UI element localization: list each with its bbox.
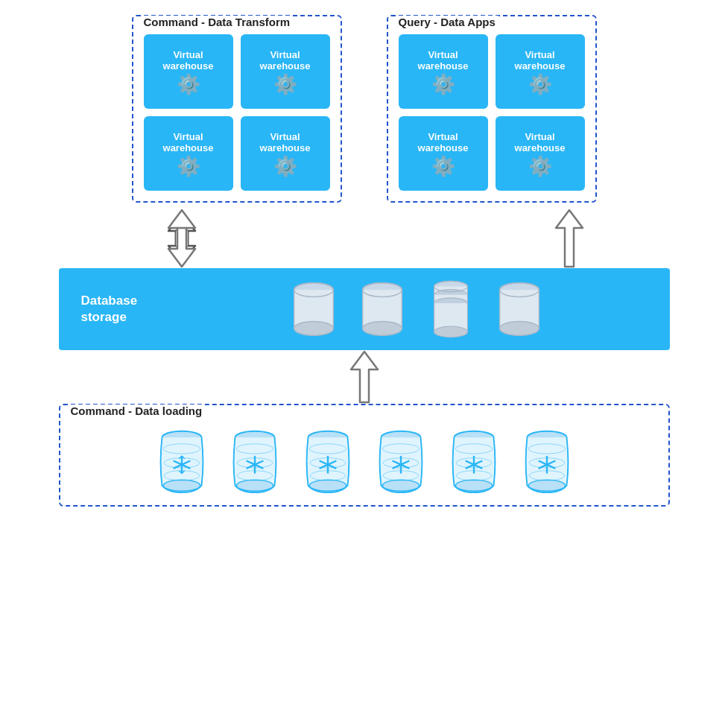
loader-icon [225,428,285,495]
svg-point-24 [434,326,467,337]
warehouse-card: Virtualwarehouse ⚙️ [241,116,330,191]
gear-icon: ⚙️ [177,74,200,94]
right-cluster-title: Query - Data Apps [396,16,498,28]
warehouse-card: Virtualwarehouse ⚙️ [144,34,233,109]
warehouse-label: Virtualwarehouse [163,131,214,153]
svg-point-8 [294,321,333,335]
gear-icon: ⚙️ [528,156,552,176]
gear-icon: ⚙️ [273,74,297,94]
warehouse-label: Virtualwarehouse [260,49,311,72]
svg-point-14 [362,321,402,335]
svg-point-72 [455,480,492,491]
gear-icon: ⚙️ [431,156,455,176]
left-arrow-container [137,209,227,268]
warehouse-label: Virtualwarehouse [163,49,214,72]
storage-bar: Database storage [59,268,670,350]
svg-marker-34 [351,352,378,402]
svg-point-30 [499,321,539,335]
gear-icon: ⚙️ [431,74,455,94]
svg-marker-5 [556,210,583,267]
warehouse-card: Virtualwarehouse ⚙️ [144,116,233,191]
svg-point-56 [309,480,346,491]
loading-icons-row [75,428,653,495]
bottom-arrow-row [59,350,670,404]
warehouse-card: Virtualwarehouse ⚙️ [496,116,585,191]
gear-icon: ⚙️ [273,156,297,176]
top-cluster-row: Command - Data Transform Virtualwarehous… [15,15,713,203]
bottom-up-arrow-icon [341,350,388,404]
svg-point-80 [528,480,565,491]
warehouse-card: Virtualwarehouse ⚙️ [399,34,488,109]
left-warehouse-grid: Virtualwarehouse ⚙️ Virtualwarehouse ⚙️ … [144,34,330,191]
svg-point-64 [382,480,419,491]
warehouse-label: Virtualwarehouse [515,131,566,153]
svg-point-36 [163,480,200,491]
loader-icon [371,428,431,495]
warehouse-card: Virtualwarehouse ⚙️ [399,116,488,191]
svg-point-48 [236,480,273,491]
left-cluster-title: Command - Data Transform [141,16,294,28]
warehouse-label: Virtualwarehouse [418,49,469,72]
top-arrows-row [59,209,670,268]
warehouse-card: Virtualwarehouse ⚙️ [241,34,330,109]
cylinder-icon [493,279,545,339]
loader-icon [517,428,577,495]
loader-icon [152,428,212,495]
svg-marker-4 [168,228,195,267]
warehouse-label: Virtualwarehouse [418,131,469,153]
gear-icon: ⚙️ [528,74,552,94]
right-arrow-container [525,209,614,268]
diagram-container: Command - Data Transform Virtualwarehous… [0,0,728,701]
cylinder-icon [425,279,477,339]
cylinders-row [186,279,648,339]
up-arrow-icon [545,209,593,268]
right-warehouse-grid: Virtualwarehouse ⚙️ Virtualwarehouse ⚙️ … [399,34,585,191]
bidirectional-arrow [158,209,206,268]
storage-label: Database storage [81,293,186,326]
loader-icon [444,428,504,495]
gear-icon: ⚙️ [177,156,200,176]
cylinder-icon [356,279,408,339]
right-cluster: Query - Data Apps Virtualwarehouse ⚙️ Vi… [387,15,597,203]
warehouse-label: Virtualwarehouse [515,49,566,72]
warehouse-card: Virtualwarehouse ⚙️ [496,34,585,109]
left-cluster: Command - Data Transform Virtualwarehous… [132,15,342,203]
warehouse-label: Virtualwarehouse [260,131,311,153]
cylinder-icon [288,279,340,339]
loader-icon [298,428,358,495]
loading-cluster: Command - Data loading [59,404,670,507]
loading-cluster-title: Command - Data loading [68,405,206,417]
